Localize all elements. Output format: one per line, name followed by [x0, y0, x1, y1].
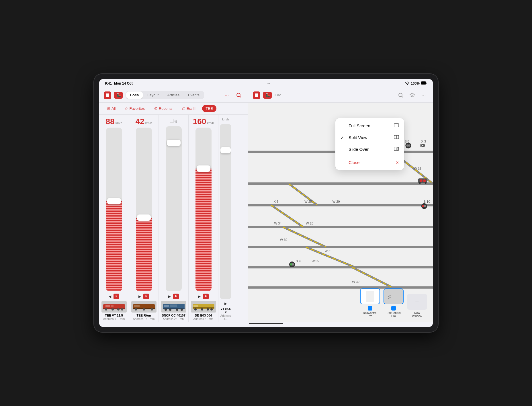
loco5-fwd[interactable]: ▶	[224, 302, 227, 306]
menu-fullscreen[interactable]: Full Screen	[335, 120, 404, 132]
filter-tee[interactable]: TEE	[202, 105, 216, 112]
svg-rect-16	[134, 305, 140, 307]
loco3-fwd[interactable]: ▶	[168, 294, 171, 298]
loco2-thumb[interactable]	[137, 214, 151, 221]
filter-favorites[interactable]: ☆ Favorites	[121, 105, 148, 112]
loco1-fill	[106, 201, 122, 291]
stop-button[interactable]	[104, 91, 111, 99]
loco2-speed: 42	[136, 118, 144, 126]
svg-point-30	[207, 308, 209, 311]
loco5-slider[interactable]	[220, 124, 231, 299]
filter-rec-label: Recents	[159, 106, 173, 111]
svg-rect-77	[397, 147, 398, 150]
tab-locs[interactable]: Locs	[126, 91, 143, 99]
loco4-fwd[interactable]: ▶	[198, 294, 201, 298]
right-stop-button[interactable]	[253, 91, 260, 99]
right-tab-loc[interactable]: Loc	[275, 93, 281, 97]
filter-bar: ⊞ All ☆ Favorites ⏱ Recents 🏷 Era III	[99, 103, 248, 115]
loco4-unit: km/h	[207, 121, 214, 125]
loco1-addr: Address 11 · mm	[103, 317, 125, 321]
loco4-speed: 160	[193, 118, 206, 126]
loco2-image	[131, 301, 157, 313]
split-view: 🚂 Locs Layout Articles Events ···	[99, 88, 433, 322]
train-icon[interactable]: 🚂	[114, 92, 123, 99]
svg-point-54	[408, 145, 410, 147]
filter-all-icon: ⊞	[107, 106, 110, 111]
loco1-slider[interactable]	[106, 128, 122, 291]
label-s8: S 8	[404, 140, 409, 143]
loco3-image	[161, 301, 186, 313]
svg-point-64	[423, 179, 426, 182]
loco1-thumb[interactable]	[107, 198, 121, 204]
loco4-slider[interactable]	[195, 128, 212, 291]
svg-point-15	[143, 308, 145, 311]
window-preview-1[interactable]	[360, 288, 380, 304]
label-w28: W 28	[306, 222, 313, 225]
loco2-func[interactable]: F	[143, 294, 149, 299]
svg-line-47	[283, 227, 326, 247]
tab-articles[interactable]: Articles	[163, 91, 183, 99]
loco3-slider[interactable]	[166, 126, 182, 291]
loco4-func[interactable]: F	[203, 294, 209, 299]
svg-point-7	[112, 308, 114, 311]
svg-rect-24	[170, 304, 177, 307]
more-button[interactable]: ···	[222, 91, 231, 100]
loco1-func[interactable]: F	[114, 294, 119, 299]
right-more-button[interactable]: ···	[419, 91, 428, 100]
right-search-button[interactable]	[396, 91, 405, 100]
loco5-controls: ▶	[224, 302, 227, 306]
window-preview-2[interactable]	[384, 288, 404, 304]
window-1-label2: Pro	[368, 315, 372, 318]
filter-all[interactable]: ⊞ All	[104, 105, 119, 112]
svg-point-13	[135, 308, 137, 311]
left-nav-bar: 🚂 Locs Layout Articles Events ···	[99, 88, 248, 103]
window-1-label: RailControl	[363, 311, 377, 315]
loco2-unit: km/h	[145, 121, 152, 125]
loco1-speed: 88	[106, 118, 115, 126]
svg-point-8	[117, 308, 120, 311]
search-button[interactable]	[234, 91, 243, 100]
menu-splitview[interactable]: ✓ Split View	[335, 132, 404, 143]
label-w34: W 34	[274, 222, 282, 225]
signal-s8[interactable]	[405, 143, 411, 148]
loco2-slider[interactable]	[136, 128, 152, 291]
loco3-name: SNCF CC 40107	[162, 314, 185, 317]
loco3-thumb[interactable]	[167, 140, 181, 146]
cross-x3[interactable]	[420, 144, 425, 147]
new-window-button[interactable]: +	[407, 294, 427, 310]
loco4-image	[191, 301, 216, 313]
signal-s9[interactable]	[289, 261, 295, 267]
loco1-reverse[interactable]: ◀	[109, 294, 111, 298]
filter-era[interactable]: 🏷 Era III	[178, 105, 200, 112]
filter-recents[interactable]: ⏱ Recents	[150, 105, 176, 112]
signal-s10[interactable]	[421, 203, 427, 209]
label-w29: W 29	[332, 200, 340, 203]
loco4-thumb[interactable]	[197, 165, 210, 172]
loco5-thumb[interactable]	[220, 147, 231, 153]
svg-point-27	[194, 308, 197, 311]
menu-splitview-label: Split View	[349, 135, 390, 140]
svg-point-29	[201, 308, 203, 311]
label-w25: W 25	[304, 200, 312, 203]
svg-point-28	[210, 308, 213, 311]
filter-all-label: All	[112, 106, 116, 111]
tab-events[interactable]: Events	[184, 91, 204, 99]
right-nav-bar: 🚂 Loc	[248, 88, 433, 103]
new-window-label: New	[414, 311, 420, 315]
filter-tee-label: TEE	[206, 106, 213, 111]
window-bg-2	[384, 289, 403, 304]
label-s10: S 10	[424, 200, 430, 203]
menu-close[interactable]: Close ✕	[335, 157, 404, 168]
menu-splitview-check: ✓	[341, 135, 345, 140]
loco3-func[interactable]: F	[173, 294, 179, 299]
loco2-fwd[interactable]: ▶	[138, 294, 141, 298]
tab-layout[interactable]: Layout	[143, 91, 163, 99]
menu-slideover[interactable]: Slide Over	[335, 143, 404, 155]
svg-rect-1	[421, 82, 426, 84]
svg-line-82	[388, 297, 391, 299]
svg-rect-10	[111, 305, 114, 307]
loco2-name: TEE RAm	[136, 314, 151, 317]
new-window-label2: Window	[412, 315, 422, 318]
right-train-icon[interactable]: 🚂	[263, 92, 272, 99]
right-layers-button[interactable]	[408, 91, 417, 100]
